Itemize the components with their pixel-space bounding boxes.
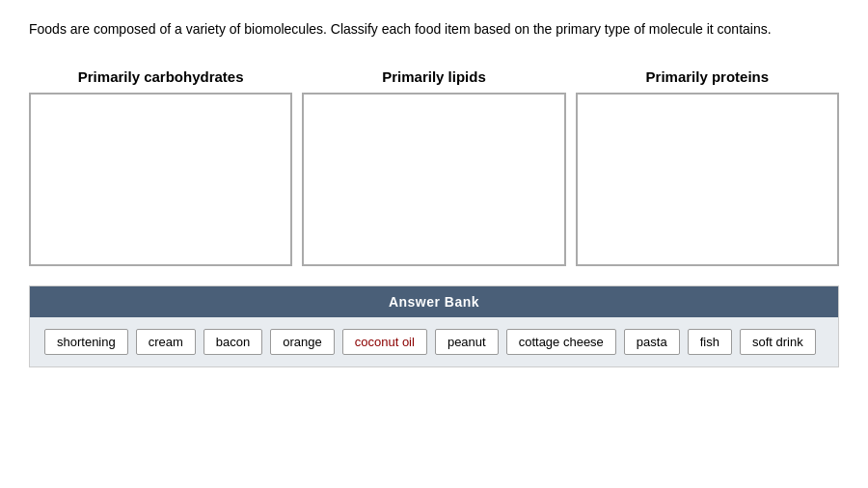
answer-item-peanut[interactable]: peanut bbox=[435, 329, 499, 355]
drop-zone-label-carbohydrates: Primarily carbohydrates bbox=[78, 68, 244, 85]
answer-bank-header: Answer Bank bbox=[30, 286, 838, 317]
drop-zone-proteins[interactable] bbox=[576, 93, 839, 266]
instructions-text: Foods are composed of a variety of biomo… bbox=[29, 19, 839, 40]
drop-zone-wrapper-lipids: Primarily lipids bbox=[302, 68, 565, 266]
answer-item-bacon[interactable]: bacon bbox=[203, 329, 262, 355]
drop-zones-container: Primarily carbohydratesPrimarily lipidsP… bbox=[29, 68, 839, 266]
answer-bank-section: Answer Bank shorteningcreambaconorangeco… bbox=[29, 285, 839, 367]
drop-zone-label-lipids: Primarily lipids bbox=[382, 68, 486, 85]
drop-zone-lipids[interactable] bbox=[302, 93, 565, 266]
answer-item-cottage_cheese[interactable]: cottage cheese bbox=[506, 329, 616, 355]
answer-item-pasta[interactable]: pasta bbox=[624, 329, 680, 355]
drop-zone-label-proteins: Primarily proteins bbox=[646, 68, 770, 85]
answer-item-cream[interactable]: cream bbox=[136, 329, 196, 355]
answer-item-fish[interactable]: fish bbox=[688, 329, 732, 355]
drop-zone-wrapper-proteins: Primarily proteins bbox=[576, 68, 839, 266]
answer-item-orange[interactable]: orange bbox=[270, 329, 334, 355]
drop-zone-wrapper-carbohydrates: Primarily carbohydrates bbox=[29, 68, 292, 266]
answer-item-shortening[interactable]: shortening bbox=[44, 329, 128, 355]
answer-item-soft_drink[interactable]: soft drink bbox=[740, 329, 816, 355]
answer-item-coconut_oil[interactable]: coconut oil bbox=[342, 329, 427, 355]
answer-bank-items: shorteningcreambaconorangecoconut oilpea… bbox=[30, 317, 838, 366]
drop-zone-carbohydrates[interactable] bbox=[29, 93, 292, 266]
